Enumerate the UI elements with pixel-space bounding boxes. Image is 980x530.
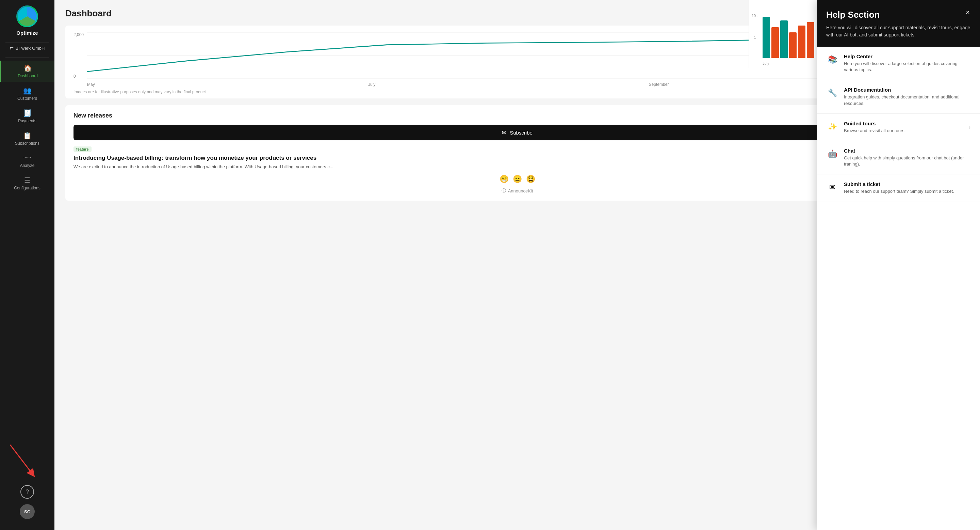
sidebar-divider <box>5 43 49 43</box>
sidebar: Optimize ⇄ Billwerk GmbH 🏠 Dashboard 👥 C… <box>0 0 54 530</box>
emoji-happy[interactable]: 😁 <box>500 175 509 184</box>
sidebar-item-label: Subscriptions <box>15 141 40 146</box>
announcekit-label: AnnounceKit <box>508 188 533 193</box>
bar-x-label: July <box>762 61 769 65</box>
sidebar-bottom: ? SC <box>0 485 54 525</box>
org-switcher[interactable]: ⇄ Billwerk GmbH <box>10 46 45 51</box>
sidebar-item-payments[interactable]: 🧾 Payments <box>0 105 54 127</box>
chat-icon: 🤖 <box>826 148 838 160</box>
help-item-guided-tours[interactable]: ✨ Guided tours Browse and revisit all ou… <box>817 114 980 141</box>
api-docs-title: API Documentation <box>844 87 970 93</box>
x-label-july: July <box>368 82 375 87</box>
api-docs-desc: Integration guides, checkout documentati… <box>844 94 970 106</box>
help-panel-header: Help Section Here you will discover all … <box>817 0 980 47</box>
sidebar-item-subscriptions[interactable]: 📋 Subscriptions <box>0 128 54 149</box>
bar-chart-partial: 10 - 1 - July <box>749 0 817 68</box>
dashboard-icon: 🏠 <box>24 64 32 72</box>
emoji-sad[interactable]: 😫 <box>526 175 535 184</box>
bar-y-top: 10 - <box>752 14 758 18</box>
envelope-icon: ✉ <box>502 129 506 136</box>
help-center-content: Help Center Here you will discover a lar… <box>844 53 970 73</box>
chat-title: Chat <box>844 148 970 153</box>
chat-content: Chat Get quick help with simply question… <box>844 148 970 167</box>
help-button[interactable]: ? <box>21 485 34 499</box>
sidebar-item-analyze[interactable]: 〰 Analyze <box>0 150 54 171</box>
chevron-right-icon: › <box>969 124 970 131</box>
y-label-bottom: 0 <box>73 74 84 79</box>
sidebar-item-customers[interactable]: 👥 Customers <box>0 83 54 104</box>
y-label-top: 2,000 <box>73 32 84 37</box>
guided-tours-content: Guided tours Browse and revisit all our … <box>844 121 963 134</box>
help-item-help-center[interactable]: 📚 Help Center Here you will discover a l… <box>817 47 980 80</box>
announcekit-icon: ⓘ <box>501 188 506 194</box>
help-panel: Help Section Here you will discover all … <box>817 0 980 530</box>
sidebar-item-label: Customers <box>18 96 37 101</box>
guided-tours-desc: Browse and revisit all our tours. <box>844 128 963 134</box>
help-panel-subtitle: Here you will discover all our support m… <box>826 24 970 38</box>
sidebar-item-dashboard[interactable]: 🏠 Dashboard <box>0 61 54 82</box>
sidebar-item-label: Payments <box>18 118 36 123</box>
guided-tours-title: Guided tours <box>844 121 963 126</box>
help-center-title: Help Center <box>844 53 970 59</box>
sidebar-item-label: Dashboard <box>18 73 38 78</box>
api-docs-content: API Documentation Integration guides, ch… <box>844 87 970 106</box>
help-icon: ? <box>25 488 29 496</box>
sidebar-item-label: Configurations <box>14 186 40 190</box>
help-item-chat[interactable]: 🤖 Chat Get quick help with simply questi… <box>817 141 980 174</box>
x-label-may: May <box>87 82 95 87</box>
x-label-september: September <box>649 82 669 87</box>
app-logo[interactable] <box>16 5 38 27</box>
user-avatar[interactable]: SC <box>20 504 35 519</box>
switch-icon: ⇄ <box>10 46 14 51</box>
help-item-api-docs[interactable]: 🔧 API Documentation Integration guides, … <box>817 80 980 113</box>
help-panel-title: Help Section <box>826 10 970 20</box>
close-button[interactable]: × <box>962 7 973 18</box>
feature-badge: feature <box>73 147 92 152</box>
chat-desc: Get quick help with simply questions fro… <box>844 155 970 167</box>
avatar-initials: SC <box>24 509 30 514</box>
help-panel-items: 📚 Help Center Here you will discover a l… <box>817 47 980 530</box>
app-name: Optimize <box>16 30 38 36</box>
api-docs-icon: 🔧 <box>826 87 838 99</box>
help-center-icon: 📚 <box>826 53 838 66</box>
org-name: Billwerk GmbH <box>16 46 45 51</box>
help-item-submit-ticket[interactable]: ✉ Submit a ticket Need to reach our supp… <box>817 174 980 202</box>
chart-y-axis: 2,000 0 <box>73 32 84 79</box>
submit-ticket-title: Submit a ticket <box>844 181 970 187</box>
sidebar-divider-2 <box>5 57 49 58</box>
submit-ticket-icon: ✉ <box>826 181 838 193</box>
sidebar-nav: 🏠 Dashboard 👥 Customers 🧾 Payments 📋 Sub… <box>0 61 54 485</box>
subscribe-label: Subscribe <box>510 130 533 136</box>
guided-tours-icon: ✨ <box>826 121 838 133</box>
sidebar-item-label: Analyze <box>20 163 35 168</box>
emoji-neutral[interactable]: 😐 <box>513 175 522 184</box>
sidebar-item-configurations[interactable]: ☰ Configurations <box>0 173 54 194</box>
customers-icon: 👥 <box>23 86 32 95</box>
configurations-icon: ☰ <box>24 176 30 184</box>
submit-ticket-desc: Need to reach our support team? Simply s… <box>844 188 970 195</box>
payments-icon: 🧾 <box>23 109 32 117</box>
bar-y-bottom: 1 - <box>754 35 758 40</box>
help-center-desc: Here you will discover a large selection… <box>844 61 970 73</box>
subscriptions-icon: 📋 <box>23 131 32 140</box>
analyze-icon: 〰 <box>24 154 30 162</box>
submit-ticket-content: Submit a ticket Need to reach our suppor… <box>844 181 970 195</box>
